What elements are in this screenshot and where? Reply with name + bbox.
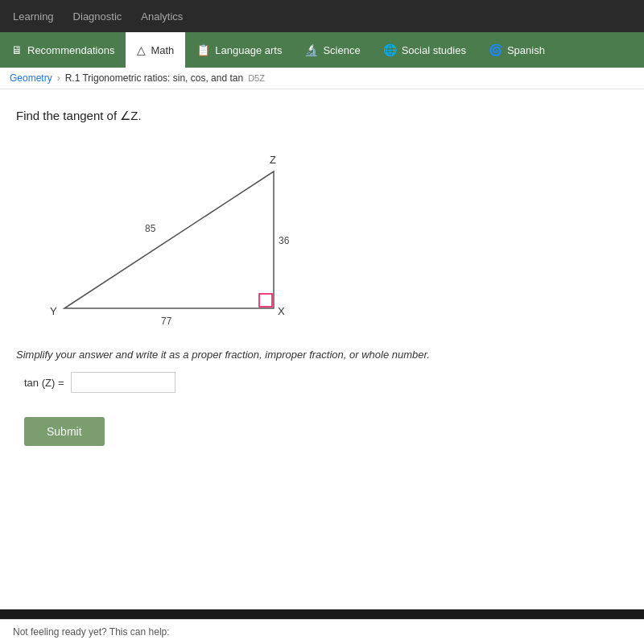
vertex-Y-label: Y <box>50 305 57 317</box>
breadcrumb: Geometry › R.1 Trigonometric ratios: sin… <box>0 68 644 89</box>
vertex-Z-label: Z <box>270 154 276 166</box>
breadcrumb-code: D5Z <box>248 73 265 83</box>
breadcrumb-section: R.1 Trigonometric ratios: sin, cos, and … <box>65 72 243 84</box>
side-YX-label: 77 <box>161 316 172 327</box>
nav-recommendations-label: Recommendations <box>27 44 114 56</box>
spanish-icon: 🌀 <box>489 43 502 56</box>
answer-label: tan (Z) = <box>24 377 64 389</box>
triangle-diagram: Z Y X 85 36 77 <box>32 139 322 332</box>
vertex-X-label: X <box>278 305 285 317</box>
science-icon: 🔬 <box>304 43 318 56</box>
side-ZX-label: 36 <box>279 235 290 246</box>
nav-social-studies-label: Social studies <box>402 44 466 56</box>
recommendations-icon: 🖥 <box>11 43 23 56</box>
nav-recommendations[interactable]: 🖥 Recommendations <box>0 32 126 68</box>
top-bar-diagnostic[interactable]: Diagnostic <box>73 10 122 23</box>
instruction-text: Simplify your answer and write it as a p… <box>16 349 628 361</box>
nav-science-label: Science <box>323 44 360 56</box>
nav-language-arts-label: Language arts <box>215 44 282 56</box>
nav-math[interactable]: △ Math <box>126 32 185 68</box>
answer-row: tan (Z) = <box>24 372 628 393</box>
breadcrumb-separator: › <box>57 72 60 84</box>
right-angle-marker <box>259 294 272 307</box>
nav-language-arts[interactable]: 📋 Language arts <box>185 32 293 68</box>
bottom-bar-text: Not feeling ready yet? This can help: <box>13 626 170 638</box>
nav-spanish[interactable]: 🌀 Spanish <box>477 32 556 68</box>
submit-button[interactable]: Submit <box>24 417 105 446</box>
top-bar-learning[interactable]: Learning <box>13 10 54 23</box>
triangle-shape <box>64 171 274 308</box>
nav-spanish-label: Spanish <box>507 44 545 56</box>
bottom-bar: Not feeling ready yet? This can help: <box>0 619 644 644</box>
math-icon: △ <box>137 43 146 56</box>
top-bar-analytics[interactable]: Analytics <box>141 10 183 23</box>
social-studies-icon: 🌐 <box>383 43 397 56</box>
breadcrumb-subject[interactable]: Geometry <box>10 72 52 84</box>
language-arts-icon: 📋 <box>196 43 210 56</box>
nav-science[interactable]: 🔬 Science <box>293 32 371 68</box>
nav-math-label: Math <box>151 44 174 56</box>
top-bar: Learning Diagnostic Analytics <box>0 0 644 32</box>
side-YZ-label: 85 <box>145 223 156 234</box>
main-content: Find the tangent of ∠Z. Z Y X 85 36 77 S… <box>0 89 644 609</box>
tan-answer-input[interactable] <box>71 372 175 393</box>
nav-bar: 🖥 Recommendations △ Math 📋 Language arts… <box>0 32 644 68</box>
question-title: Find the tangent of ∠Z. <box>16 109 628 123</box>
diagram-container: Z Y X 85 36 77 <box>32 139 628 336</box>
nav-social-studies[interactable]: 🌐 Social studies <box>372 32 477 68</box>
